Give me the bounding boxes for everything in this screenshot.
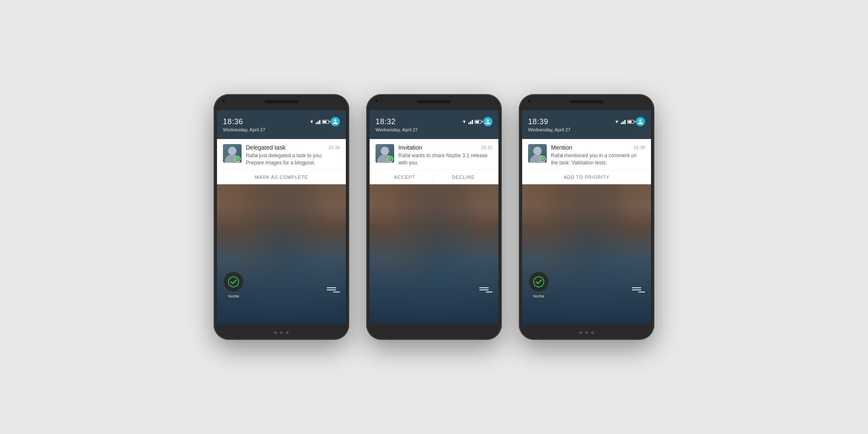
- notif-avatar-1: [223, 144, 242, 163]
- menu-line-2a: [479, 287, 489, 288]
- phone-camera-1: [222, 99, 225, 103]
- signal-bar-3b: [623, 121, 624, 124]
- wifi-icon-3: ▼: [615, 119, 619, 124]
- phone-screen-1: 18:36 ▼: [217, 110, 346, 324]
- signal-bars-2: [468, 119, 473, 124]
- menu-line-2c: [486, 292, 492, 292]
- notification-card-1[interactable]: Delegated task 18:36 Rafał just delegate…: [217, 139, 346, 184]
- phone-camera-2: [375, 99, 378, 103]
- screen-icons-3: Nozbe: [528, 271, 645, 298]
- notif-time-2: 18:31: [481, 145, 492, 150]
- user-silhouette-2: [485, 119, 491, 125]
- notif-badge-3: [540, 156, 546, 162]
- notif-actions-2: ACCEPT DECLINE: [370, 170, 498, 184]
- phone-dots-3: [579, 331, 594, 334]
- phone-dots-1: [274, 331, 289, 334]
- notification-card-2[interactable]: Invitation 18:31 Rafał wants to share No…: [370, 139, 498, 184]
- phone-dot-3a: [579, 331, 582, 334]
- signal-bar-3a: [621, 122, 622, 124]
- menu-icon-1[interactable]: [323, 281, 340, 298]
- mark-complete-button[interactable]: MARK AS COMPLETE: [223, 170, 340, 184]
- date-3: Wednesday, April 27: [528, 127, 645, 132]
- user-avatar-2: [483, 117, 492, 126]
- menu-line-1c: [333, 292, 340, 292]
- status-bar-1: 18:36 ▼: [217, 110, 346, 139]
- status-bar-3: 18:39 ▼: [522, 110, 651, 139]
- menu-line-3c: [638, 292, 645, 292]
- nozbe-icon-circle-3: [528, 271, 549, 292]
- decline-button[interactable]: DECLINE: [434, 170, 493, 184]
- battery-fill-2: [476, 121, 479, 123]
- phone-camera-3: [527, 99, 531, 103]
- status-bar-2: 18:32 ▼: [370, 110, 498, 139]
- add-priority-button[interactable]: ADD TO PRIORITY: [528, 170, 645, 184]
- phone-1: 18:36 ▼: [214, 94, 349, 340]
- phones-container: 18:36 ▼: [214, 94, 654, 340]
- wifi-icon-1: ▼: [309, 119, 314, 124]
- signal-bars-3: [621, 119, 626, 124]
- phone-dot-3b: [585, 331, 588, 334]
- nozbe-app-icon-3[interactable]: Nozbe: [528, 271, 549, 298]
- user-silhouette-1: [332, 119, 338, 125]
- notif-time-3: 18:38: [633, 145, 645, 150]
- menu-line-1b: [327, 289, 336, 290]
- signal-bar-1b: [317, 121, 319, 124]
- battery-icon-2: [475, 120, 481, 124]
- notif-body-1: Rafał just delegated a task to you: Prep…: [246, 152, 340, 167]
- time-2: 18:32: [376, 117, 396, 126]
- signal-bars-1: [316, 119, 320, 124]
- date-1: Wednesday, April 27: [223, 127, 340, 132]
- notif-title-row-3: Mention 18:38: [551, 144, 645, 151]
- notif-time-1: 18:36: [328, 145, 340, 150]
- signal-bar-2c: [472, 120, 473, 124]
- notif-title-2: Invitation: [398, 144, 422, 151]
- svg-point-1: [534, 277, 544, 287]
- status-bar-top-1: 18:36 ▼: [223, 117, 340, 126]
- notification-header-1: Delegated task 18:36 Rafał just delegate…: [217, 139, 346, 170]
- notif-title-row-2: Invitation 18:31: [398, 144, 492, 151]
- phone-dot-3c: [591, 331, 594, 334]
- menu-line-3a: [632, 287, 641, 288]
- phone-dot-1a: [274, 331, 277, 334]
- notif-body-3: Rafał mentioned you in a comment on the …: [551, 152, 645, 167]
- signal-bar-1a: [316, 122, 317, 124]
- time-1: 18:36: [223, 117, 243, 126]
- nozbe-label-3: Nozbe: [533, 294, 544, 298]
- phone-3: 18:39 ▼: [519, 94, 654, 340]
- battery-fill-3: [628, 121, 632, 123]
- status-bar-top-2: 18:32 ▼: [376, 117, 492, 126]
- notif-body-2: Rafał wants to share Nozbe 3.1 release w…: [398, 152, 492, 167]
- notif-content-3: Mention 18:38 Rafał mentioned you in a c…: [551, 144, 645, 167]
- signal-bar-2a: [468, 122, 470, 124]
- status-bar-top-3: 18:39 ▼: [528, 117, 645, 126]
- phone-screen-2: 18:32 ▼: [370, 110, 498, 324]
- notif-actions-1: MARK AS COMPLETE: [217, 170, 346, 184]
- battery-fill-1: [323, 121, 326, 123]
- notif-content-2: Invitation 18:31 Rafał wants to share No…: [398, 144, 492, 167]
- nozbe-icon-circle-1: [223, 271, 244, 292]
- menu-icon-2[interactable]: [476, 281, 492, 298]
- wifi-icon-2: ▼: [462, 119, 467, 124]
- notif-title-row-1: Delegated task 18:36: [246, 144, 340, 151]
- notif-content-1: Delegated task 18:36 Rafał just delegate…: [246, 144, 340, 167]
- phone-dot-1c: [286, 331, 289, 334]
- notification-card-3[interactable]: Mention 18:38 Rafał mentioned you in a c…: [522, 139, 651, 184]
- user-silhouette-3: [637, 119, 643, 125]
- screen-icons-2: [376, 281, 492, 298]
- menu-icon-3[interactable]: [628, 281, 645, 298]
- nozbe-label-1: Nozbe: [228, 294, 239, 298]
- nozbe-checkmark-1: [228, 276, 239, 288]
- screen-icons-1: Nozbe: [223, 271, 340, 298]
- phone-dot-1b: [280, 331, 283, 334]
- notif-title-1: Delegated task: [246, 144, 285, 151]
- nozbe-checkmark-3: [533, 276, 545, 288]
- time-3: 18:39: [528, 117, 548, 126]
- status-icons-3: ▼: [615, 117, 645, 126]
- nozbe-app-icon-1[interactable]: Nozbe: [223, 271, 244, 298]
- accept-button[interactable]: ACCEPT: [376, 170, 434, 184]
- signal-bar-3c: [624, 120, 626, 124]
- signal-bar-1c: [319, 120, 320, 124]
- notif-avatar-3: [528, 144, 547, 163]
- notif-avatar-2: [376, 144, 394, 163]
- phone-screen-3: 18:39 ▼: [522, 110, 651, 324]
